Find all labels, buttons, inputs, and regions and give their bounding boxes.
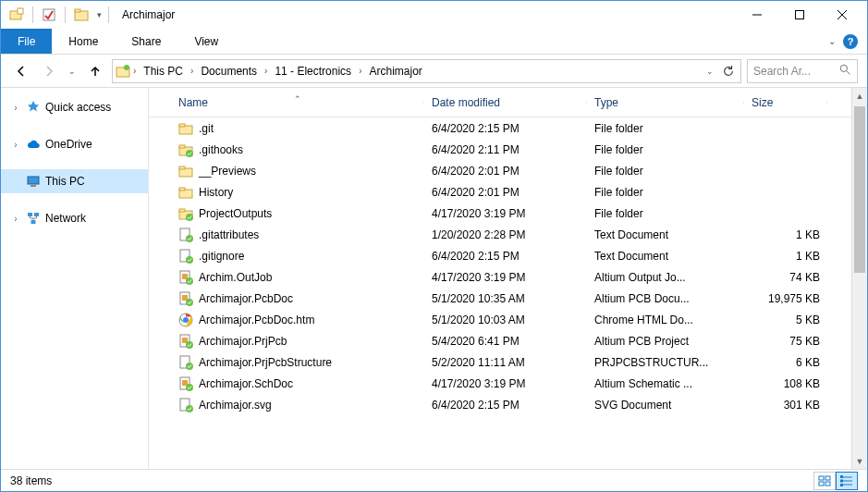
column-headers: Name⌃ Date modified Type Size: [149, 88, 867, 117]
breadcrumb-electronics[interactable]: 11 - Electronics: [269, 60, 357, 82]
file-name: .gitattributes: [199, 228, 259, 241]
tree-item-this-pc[interactable]: This PC: [1, 169, 148, 193]
chevron-right-icon[interactable]: ›: [10, 103, 21, 113]
file-type: File folder: [587, 207, 744, 220]
svg-point-10: [124, 65, 129, 70]
tab-home[interactable]: Home: [52, 29, 115, 54]
search-input[interactable]: Search Ar...: [747, 59, 858, 83]
chevron-right-icon[interactable]: ›: [263, 66, 269, 76]
scroll-down-arrow-icon[interactable]: ▼: [852, 453, 867, 469]
chevron-right-icon[interactable]: ›: [357, 66, 363, 76]
refresh-button[interactable]: [718, 61, 739, 81]
file-type: Text Document: [587, 250, 744, 263]
file-date: 1/20/2020 2:28 PM: [424, 228, 587, 241]
file-row[interactable]: .gitattributes1/20/2020 2:28 PMText Docu…: [149, 224, 867, 245]
breadcrumb-archimajor[interactable]: Archimajor: [363, 60, 427, 82]
file-name: .gitignore: [199, 250, 244, 263]
status-item-count: 38 items: [10, 474, 52, 487]
file-row[interactable]: .githooks6/4/2020 2:11 PMFile folder: [149, 139, 867, 160]
ribbon: File Home Share View ⌄ ?: [1, 29, 867, 55]
svg-rect-55: [825, 482, 830, 486]
file-row[interactable]: History6/4/2020 2:01 PMFile folder: [149, 181, 867, 203]
tab-view[interactable]: View: [177, 29, 235, 54]
column-name[interactable]: Name⌃: [171, 96, 424, 109]
file-row[interactable]: Archimajor.SchDoc4/17/2020 3:19 PMAltium…: [149, 373, 867, 394]
file-date: 4/17/2020 3:19 PM: [424, 377, 587, 390]
vertical-scrollbar[interactable]: ▲ ▼: [851, 88, 867, 469]
tree-item-network[interactable]: ›Network: [1, 206, 148, 230]
chevron-right-icon[interactable]: ›: [189, 66, 195, 76]
svg-rect-28: [179, 209, 185, 212]
chevron-right-icon[interactable]: ›: [10, 214, 21, 224]
file-row[interactable]: Archimajor.PcbDoc5/1/2020 10:35 AMAltium…: [149, 288, 867, 309]
up-button[interactable]: [84, 60, 106, 82]
recent-locations-button[interactable]: ⌄: [66, 60, 79, 82]
properties-icon[interactable]: [41, 6, 57, 23]
file-date: 6/4/2020 2:01 PM: [424, 186, 587, 199]
qat-dropdown-icon[interactable]: ▾: [93, 6, 104, 23]
chrome-icon: [178, 313, 193, 327]
svg-rect-21: [179, 145, 185, 148]
folder-sync-icon: [178, 142, 193, 157]
quick-access-toolbar: ▾: [5, 6, 104, 23]
view-large-icons-button[interactable]: [813, 472, 836, 490]
chevron-right-icon[interactable]: ›: [131, 66, 138, 76]
file-date: 6/4/2020 2:01 PM: [424, 165, 587, 178]
svg-rect-52: [819, 476, 824, 480]
file-row[interactable]: Archim.OutJob4/17/2020 3:19 PMAltium Out…: [149, 266, 867, 288]
file-name: Archimajor.PrjPcb: [199, 335, 287, 348]
file-size: 75 KB: [744, 335, 827, 348]
svg-rect-60: [840, 479, 843, 482]
scrollbar-thumb[interactable]: [854, 106, 865, 273]
file-type: Text Document: [587, 228, 744, 241]
tree-item-quick-access[interactable]: ›Quick access: [1, 95, 148, 119]
minimize-button[interactable]: [736, 1, 778, 29]
maximize-button[interactable]: [778, 1, 821, 29]
file-size: 108 KB: [744, 377, 827, 390]
help-button[interactable]: ?: [843, 34, 858, 49]
file-type: File folder: [587, 186, 744, 199]
column-size[interactable]: Size: [744, 96, 827, 109]
file-name: ProjectOutputs: [199, 207, 272, 220]
column-type[interactable]: Type: [587, 96, 744, 109]
tree-item-onedrive[interactable]: ›OneDrive: [1, 132, 148, 156]
file-date: 6/4/2020 2:11 PM: [424, 143, 587, 156]
folder-icon[interactable]: [73, 6, 90, 23]
file-date: 6/4/2020 2:15 PM: [424, 122, 587, 135]
address-dropdown-button[interactable]: ⌄: [702, 61, 718, 81]
breadcrumb-documents[interactable]: Documents: [195, 60, 263, 82]
file-row[interactable]: ProjectOutputs4/17/2020 3:19 PMFile fold…: [149, 203, 867, 224]
breadcrumb-this-pc[interactable]: This PC: [138, 60, 189, 82]
close-button[interactable]: [821, 1, 863, 29]
file-date: 6/4/2020 2:15 PM: [424, 250, 587, 263]
folder-icon: [178, 121, 193, 136]
file-date: 4/17/2020 3:19 PM: [424, 271, 587, 284]
file-row[interactable]: __Previews6/4/2020 2:01 PMFile folder: [149, 160, 867, 181]
forward-button[interactable]: [38, 60, 60, 82]
tab-share[interactable]: Share: [115, 29, 177, 54]
new-folder-icon[interactable]: [8, 6, 25, 23]
svg-rect-17: [31, 220, 36, 224]
titlebar: ▾ Archimajor: [1, 1, 867, 29]
address-bar[interactable]: › This PC › Documents › 11 - Electronics…: [112, 59, 741, 83]
file-name: Archimajor.svg: [199, 399, 272, 412]
tab-file[interactable]: File: [1, 29, 52, 54]
file-row[interactable]: .git6/4/2020 2:15 PMFile folder: [149, 117, 867, 139]
svg-point-22: [186, 150, 193, 157]
chevron-right-icon[interactable]: ›: [10, 140, 21, 150]
file-row[interactable]: Archimajor.PcbDoc.htm5/1/2020 10:03 AMCh…: [149, 309, 867, 330]
star-icon: [25, 99, 42, 116]
file-row[interactable]: Archimajor.PrjPcbStructure5/2/2020 11:11…: [149, 351, 867, 373]
file-row[interactable]: Archimajor.svg6/4/2020 2:15 PMSVG Docume…: [149, 394, 867, 415]
ribbon-expand-icon[interactable]: ⌄: [828, 36, 836, 46]
file-row[interactable]: Archimajor.PrjPcb5/4/2020 6:41 PMAltium …: [149, 330, 867, 351]
file-row[interactable]: .gitignore6/4/2020 2:15 PMText Document1…: [149, 245, 867, 266]
back-button[interactable]: [10, 60, 32, 82]
file-type: File folder: [587, 143, 744, 156]
column-date[interactable]: Date modified: [424, 96, 587, 109]
folder-icon: [178, 185, 193, 200]
scroll-up-arrow-icon[interactable]: ▲: [852, 88, 867, 104]
file-date: 6/4/2020 2:15 PM: [424, 399, 587, 412]
file-name: Archimajor.PrjPcbStructure: [199, 356, 332, 369]
view-details-button[interactable]: [836, 472, 858, 490]
